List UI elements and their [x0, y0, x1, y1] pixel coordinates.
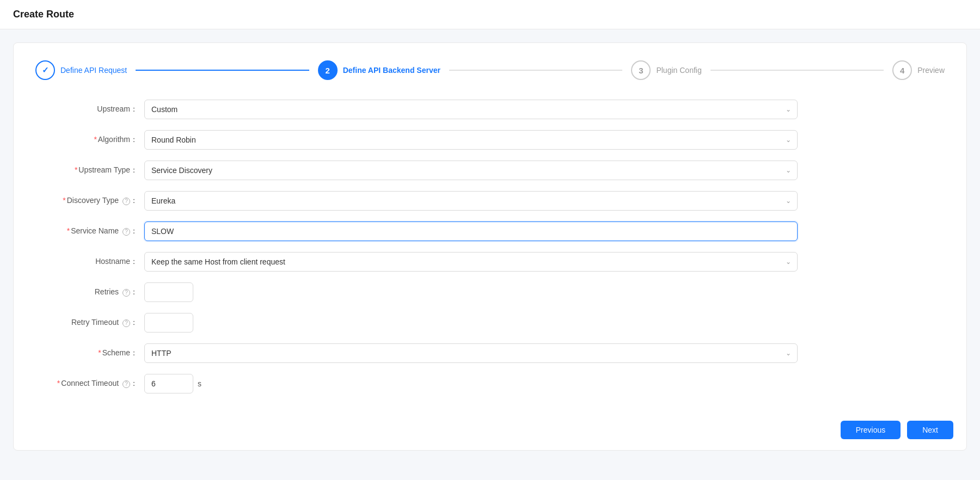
discovery-type-label: *Discovery Type ?：: [35, 196, 144, 206]
connect-timeout-help-icon[interactable]: ?: [122, 380, 130, 388]
page-content: ✓ Define API Request 2 Define API Backen…: [0, 29, 980, 464]
connect-timeout-input-wrapper: s: [144, 374, 798, 393]
step-2-label: Define API Backend Server: [343, 66, 440, 75]
step-connector-3-4: [710, 70, 884, 71]
retries-label: Retries ?：: [35, 287, 144, 297]
upstream-row: Upstream： Custom Existing ⌄: [35, 100, 798, 119]
algorithm-label: *Algorithm：: [35, 135, 144, 145]
step-1: ✓ Define API Request: [35, 60, 127, 80]
step-connector-1-2: [136, 70, 309, 71]
connect-timeout-label: *Connect Timeout ?：: [35, 379, 144, 389]
algorithm-select[interactable]: Round Robin Least Conn IP Hash: [144, 130, 798, 150]
upstream-type-control: Service Discovery Nodes ⌄: [144, 161, 798, 180]
upstream-type-row: *Upstream Type： Service Discovery Nodes …: [35, 161, 798, 180]
upstream-control: Custom Existing ⌄: [144, 100, 798, 119]
page-header: Create Route: [0, 0, 980, 29]
step-4-label: Preview: [917, 66, 945, 75]
algorithm-control: Round Robin Least Conn IP Hash ⌄: [144, 130, 798, 150]
hostname-select[interactable]: Keep the same Host from client request C…: [144, 252, 798, 272]
discovery-type-row: *Discovery Type ?： Eureka Consul Nacos ⌄: [35, 191, 798, 211]
algorithm-row: *Algorithm： Round Robin Least Conn IP Ha…: [35, 130, 798, 150]
retry-timeout-input[interactable]: [144, 313, 193, 333]
upstream-type-label: *Upstream Type：: [35, 165, 144, 175]
scheme-select-wrapper: HTTP HTTPS gRPC gRPCs ⌄: [144, 343, 798, 363]
upstream-type-select-wrapper: Service Discovery Nodes ⌄: [144, 161, 798, 180]
service-name-input[interactable]: [144, 221, 798, 241]
form-body: Upstream： Custom Existing ⌄ *Algorithm：: [35, 100, 798, 393]
service-name-control: [144, 221, 798, 241]
step-4-circle: 4: [892, 60, 912, 80]
retry-timeout-control: [144, 313, 798, 333]
next-button[interactable]: Next: [907, 421, 953, 439]
discovery-type-select-wrapper: Eureka Consul Nacos ⌄: [144, 191, 798, 211]
retry-timeout-label: Retry Timeout ?：: [35, 318, 144, 328]
connect-timeout-input[interactable]: [144, 374, 193, 393]
stepper: ✓ Define API Request 2 Define API Backen…: [35, 60, 945, 80]
retry-timeout-help-icon[interactable]: ?: [122, 319, 130, 327]
scheme-label: *Scheme：: [35, 348, 144, 358]
service-name-help-icon[interactable]: ?: [122, 228, 130, 236]
service-name-label: *Service Name ?：: [35, 226, 144, 236]
hostname-row: Hostname： Keep the same Host from client…: [35, 252, 798, 272]
service-name-row: *Service Name ?：: [35, 221, 798, 241]
scheme-control: HTTP HTTPS gRPC gRPCs ⌄: [144, 343, 798, 363]
scheme-select[interactable]: HTTP HTTPS gRPC gRPCs: [144, 343, 798, 363]
connect-timeout-row: *Connect Timeout ?： s: [35, 374, 798, 393]
step-1-label: Define API Request: [60, 66, 127, 75]
upstream-select-wrapper: Custom Existing ⌄: [144, 100, 798, 119]
step-connector-2-3: [449, 70, 623, 71]
retries-input[interactable]: [144, 282, 193, 302]
step-4: 4 Preview: [892, 60, 945, 80]
retry-timeout-row: Retry Timeout ?：: [35, 313, 798, 333]
discovery-type-select[interactable]: Eureka Consul Nacos: [144, 191, 798, 211]
previous-button[interactable]: Previous: [841, 421, 901, 439]
upstream-type-select[interactable]: Service Discovery Nodes: [144, 161, 798, 180]
step-3-label: Plugin Config: [656, 66, 701, 75]
discovery-type-control: Eureka Consul Nacos ⌄: [144, 191, 798, 211]
upstream-select[interactable]: Custom Existing: [144, 100, 798, 119]
page-title: Create Route: [13, 9, 74, 20]
step-2-circle: 2: [318, 60, 338, 80]
step-1-circle: ✓: [35, 60, 55, 80]
step-3-circle: 3: [631, 60, 651, 80]
scheme-row: *Scheme： HTTP HTTPS gRPC gRPCs ⌄: [35, 343, 798, 363]
wizard-footer: Previous Next: [841, 421, 953, 439]
connect-timeout-control: s: [144, 374, 798, 393]
retries-control: [144, 282, 798, 302]
retries-help-icon[interactable]: ?: [122, 289, 130, 297]
hostname-select-wrapper: Keep the same Host from client request C…: [144, 252, 798, 272]
step-3: 3 Plugin Config: [631, 60, 701, 80]
discovery-type-help-icon[interactable]: ?: [122, 198, 130, 205]
retries-row: Retries ?：: [35, 282, 798, 302]
algorithm-select-wrapper: Round Robin Least Conn IP Hash ⌄: [144, 130, 798, 150]
step-2: 2 Define API Backend Server: [318, 60, 440, 80]
connect-timeout-suffix: s: [198, 379, 201, 388]
hostname-label: Hostname：: [35, 257, 144, 267]
upstream-label: Upstream：: [35, 104, 144, 114]
wizard-card: ✓ Define API Request 2 Define API Backen…: [13, 42, 967, 451]
hostname-control: Keep the same Host from client request C…: [144, 252, 798, 272]
